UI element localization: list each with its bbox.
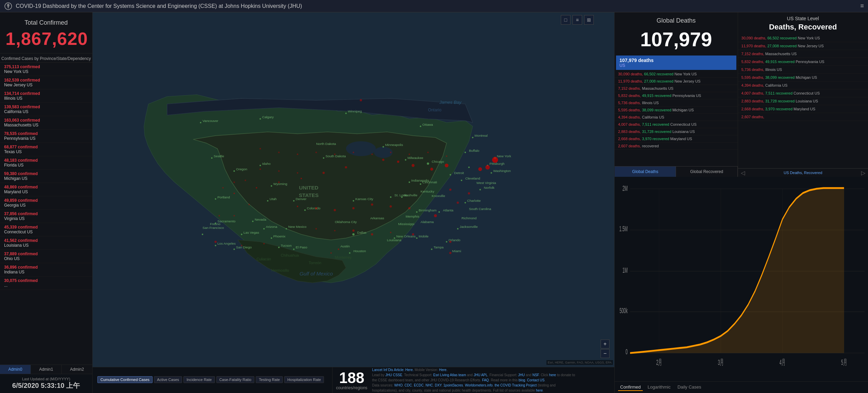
admin-tab-1[interactable]: Admin1 xyxy=(31,365,62,374)
us-state-tab-label[interactable]: US Deaths, Recovered xyxy=(746,169,860,177)
us-state-arrow[interactable]: ◁ xyxy=(739,170,746,176)
chart-tab-daily-cases[interactable]: Daily Cases xyxy=(675,384,703,391)
chart-svg: 2M 1.5M 1M 500k 0 2月 3月 4月 5月 xyxy=(618,180,865,379)
worldometers-link[interactable]: Worldometers.info xyxy=(465,383,493,387)
deaths-list-item[interactable]: 5,832 deaths, 49,915 recovered Pennsylva… xyxy=(615,92,738,99)
svg-point-62 xyxy=(267,200,268,201)
deaths-list-item[interactable]: 2,883 deaths, 31,728 recovered Louisiana… xyxy=(615,128,738,135)
us-state-list-item[interactable]: 30,090 deaths, 66,502 recovered New York… xyxy=(738,34,868,42)
menu-icon[interactable]: ≡ xyxy=(860,2,864,10)
us-state-list-item[interactable]: 2,668 deaths, 3,970 recovered Maryland U… xyxy=(738,105,868,113)
map-tab-inner-casefatality[interactable]: Case-Fatality Ratio xyxy=(216,376,255,383)
deaths-tab-global-deaths[interactable]: Global Deaths xyxy=(615,167,676,177)
mobile-link[interactable]: Here. xyxy=(439,368,447,372)
state-list-item[interactable]: 37,889 confirmedOhio US xyxy=(0,250,92,263)
nhc-link[interactable]: NHC xyxy=(425,383,433,387)
chart-tab-logarithmic[interactable]: Logarithmic xyxy=(646,384,673,391)
zoom-in-button[interactable]: + xyxy=(601,340,610,348)
state-list-item[interactable]: 139,583 confirmedCalifornia US xyxy=(0,103,92,116)
cdc-link[interactable]: CDC xyxy=(405,383,412,387)
left-panel: Total Confirmed 1,867,620 Confirmed Case… xyxy=(0,12,93,393)
map-view-btn-2[interactable]: ≡ xyxy=(572,15,582,25)
state-list-item[interactable]: 41,562 confirmedLouisiana US xyxy=(0,236,92,250)
jhu-csse-link[interactable]: JHU CSSE xyxy=(385,373,402,377)
us-state-list-item[interactable]: 5,595 deaths, 38,099 recovered Michigan … xyxy=(738,74,868,82)
us-state-list-item[interactable]: 11,970 deaths, 27,008 recovered New Jers… xyxy=(738,42,868,50)
us-state-list-item[interactable]: 5,736 deaths, Illinois US xyxy=(738,66,868,74)
deaths-list-item[interactable]: 4,394 deaths, California US xyxy=(615,114,738,121)
svg-text:Oklahoma City: Oklahoma City xyxy=(335,220,357,224)
jhu-apl-link[interactable]: JHU APL xyxy=(474,373,488,377)
global-deaths-bar[interactable]: 107,979 deaths US xyxy=(616,56,736,70)
us-state-list-item[interactable]: 2,883 deaths, 31,728 recovered Louisiana… xyxy=(738,97,868,105)
state-list-item[interactable]: 30,075 confirmed... xyxy=(0,277,92,290)
state-list-item[interactable]: 48,183 confirmedFlorida US xyxy=(0,156,92,170)
covid-tracking-link[interactable]: the COVID Tracking Project xyxy=(495,383,537,387)
map-tab-inner-testing[interactable]: Testing Rate xyxy=(256,376,283,383)
chart-tab-confirmed[interactable]: Confirmed xyxy=(618,384,643,391)
us-state-arrow-right[interactable]: ▷ xyxy=(860,170,867,176)
state-list-item[interactable]: 37,856 confirmedVirginia US xyxy=(0,210,92,223)
deaths-list-item[interactable]: 5,595 deaths, 38,099 recovered Michigan … xyxy=(615,107,738,114)
esri-link[interactable]: Esri Living Atlas team xyxy=(433,373,466,377)
state-list-item[interactable]: 68,877 confirmedTexas US xyxy=(0,143,92,156)
sources-link[interactable]: here xyxy=(536,389,543,392)
ecdc-link[interactable]: ECDC xyxy=(414,383,423,387)
state-list-item[interactable]: 59,380 confirmedMichigan US xyxy=(0,170,92,183)
map-tab-inner-hospitalization[interactable]: Hospitalization Rate xyxy=(284,376,324,383)
state-name: Illinois US xyxy=(4,96,88,101)
1point3acres-link[interactable]: 1point3acres xyxy=(443,383,463,387)
svg-text:Kansas City: Kansas City xyxy=(355,197,373,201)
svg-text:Calgary: Calgary xyxy=(262,115,274,119)
deaths-list-item[interactable]: 7,152 deaths, Massachusetts US xyxy=(615,85,738,92)
blog-link[interactable]: blog xyxy=(519,378,525,382)
state-list-item[interactable]: 45,339 confirmedConnecticut US xyxy=(0,223,92,236)
us-state-list-item[interactable]: 4,394 deaths, California US xyxy=(738,82,868,89)
lancet-link[interactable]: Lancet Inf Dis Article: Here. xyxy=(372,368,414,372)
us-state-list-item[interactable]: 4,007 deaths, 7,511 recovered Connecticu… xyxy=(738,89,868,97)
state-list-item[interactable]: 49,859 confirmedGeorgia US xyxy=(0,196,92,210)
jhu-link[interactable]: JHU xyxy=(518,373,525,377)
svg-point-58 xyxy=(323,157,324,159)
contact-us-link[interactable]: Contact US xyxy=(527,378,544,382)
nsf-link[interactable]: NSF xyxy=(532,373,539,377)
admin-tab-2[interactable]: Admin2 xyxy=(62,365,92,374)
dxy-link[interactable]: DXY xyxy=(435,383,441,387)
zoom-out-button[interactable]: − xyxy=(601,349,610,358)
state-list-item[interactable]: 48,869 confirmedMaryland US xyxy=(0,183,92,196)
donate-link[interactable]: here xyxy=(549,373,556,377)
admin-tab-0[interactable]: Admin0 xyxy=(0,365,31,374)
state-list-item[interactable]: 36,896 confirmedIndiana US xyxy=(0,263,92,277)
svg-point-48 xyxy=(416,211,418,213)
deaths-list-item[interactable]: 11,970 deaths, 27,008 recovered New Jers… xyxy=(615,78,738,85)
state-list-item[interactable]: 78,535 confirmedPennsylvania US xyxy=(0,130,92,143)
state-list-item[interactable]: 134,714 confirmedIllinois US xyxy=(0,89,92,103)
deaths-tab-global-recovered[interactable]: Global Recovered xyxy=(676,167,737,177)
who-link[interactable]: WHO xyxy=(394,383,402,387)
map-background[interactable]: Gulf of Mexico UNITED STATES Chicago Det… xyxy=(93,12,614,367)
state-list-item[interactable]: 375,113 confirmedNew York US xyxy=(0,63,92,76)
map-view-btn-3[interactable]: ⊞ xyxy=(584,15,594,25)
faq-link[interactable]: FAQ xyxy=(482,378,489,382)
us-state-list-item[interactable]: 5,832 deaths, 49,915 recovered Pennsylva… xyxy=(738,58,868,66)
map-tab-inner-cumulative[interactable]: Cumulative Confirmed Cases xyxy=(97,376,153,383)
us-state-list-item[interactable]: 7,152 deaths, Massachusetts US xyxy=(738,50,868,58)
location-name: Connecticut US xyxy=(670,122,696,126)
map-view-btn-1[interactable]: □ xyxy=(561,15,570,25)
map-tab-inner-incidence[interactable]: Incidence Rate xyxy=(183,376,215,383)
svg-point-126 xyxy=(352,207,355,210)
deaths-list-item[interactable]: 4,007 deaths, 7,511 recovered Connecticu… xyxy=(615,121,738,128)
map-tab-inner-active[interactable]: Active Cases xyxy=(154,376,182,383)
deaths-list-item[interactable]: 2,668 deaths, 3,970 recovered Maryland U… xyxy=(615,135,738,143)
svg-point-162 xyxy=(245,180,246,181)
state-confirmed: 163,063 confirmed xyxy=(4,118,88,123)
svg-point-38 xyxy=(457,228,458,229)
state-list-item[interactable]: 163,063 confirmedMassachusetts US xyxy=(0,116,92,130)
deaths-list-item[interactable]: 2,607 deaths, recovered xyxy=(615,143,738,150)
us-state-list-item[interactable]: 2,607 deaths, xyxy=(738,113,868,121)
svg-point-16 xyxy=(390,196,391,198)
deaths-list-item[interactable]: 30,090 deaths, 66,502 recovered New York… xyxy=(615,71,738,78)
deaths-list-item[interactable]: 5,736 deaths, Illinois US xyxy=(615,99,738,107)
map-info-text: Lancet Inf Dis Article: Here. Mobile Ver… xyxy=(372,367,578,393)
state-list-item[interactable]: 162,539 confirmedNew Jersey US xyxy=(0,76,92,89)
